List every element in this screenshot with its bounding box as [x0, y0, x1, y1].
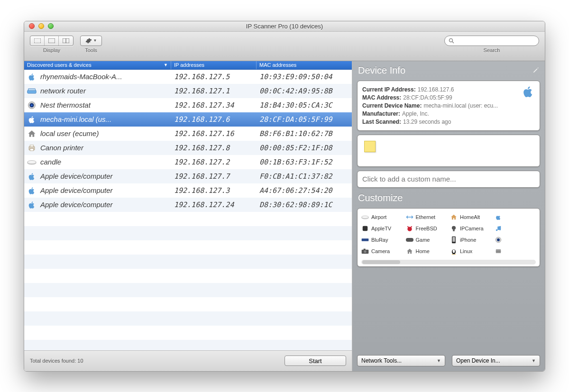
- device-table-pane: Discovered users & devices ▼ IP addresse…: [24, 61, 352, 371]
- customize-item-linux[interactable]: Linux: [450, 246, 492, 256]
- info-manu-value: Apple, Inc.: [402, 110, 429, 117]
- ethernet-icon: [406, 213, 413, 221]
- single-pane-icon: [48, 38, 55, 43]
- customize-scrollbar[interactable]: [361, 260, 536, 264]
- customize-item-apple[interactable]: [495, 212, 536, 222]
- info-pane: Device Info Current IP Address:192.168.1…: [352, 61, 545, 371]
- device-name: Nest thermostat: [40, 101, 91, 109]
- notes-panel[interactable]: [357, 135, 540, 167]
- apple-icon: [27, 200, 37, 210]
- tools-menu-button[interactable]: ▼: [80, 36, 102, 46]
- content: Discovered users & devices ▼ IP addresse…: [24, 61, 545, 371]
- apple-icon: [27, 186, 37, 195]
- drive-icon: [495, 247, 502, 255]
- customize-item-drive[interactable]: [495, 246, 536, 256]
- svg-point-15: [28, 160, 36, 164]
- header-ip[interactable]: IP addresses: [171, 61, 257, 69]
- apple-icon: [27, 115, 37, 124]
- info-ip-label: Current IP Address:: [362, 86, 416, 93]
- table-row[interactable]: Apple device/computer192.168.127.7F0:CB:…: [24, 169, 352, 183]
- chevron-down-icon: ▼: [532, 358, 536, 363]
- customize-item-freebsd[interactable]: FreeBSD: [406, 224, 448, 233]
- table-row-empty: [24, 255, 352, 269]
- network-tools-dropdown[interactable]: Network Tools... ▼: [357, 355, 445, 366]
- device-name: Apple device/computer: [40, 172, 113, 180]
- customize-item-label: Game: [416, 237, 430, 243]
- cell-ip: 192.168.127.6: [171, 115, 257, 124]
- table-row-empty: [24, 340, 352, 350]
- header-devices[interactable]: Discovered users & devices ▼: [24, 61, 171, 69]
- info-name-label: Current Device Name:: [362, 102, 422, 109]
- cell-ip: 192.168.127.2: [171, 158, 257, 166]
- customize-item-iphone[interactable]: iPhone: [450, 235, 492, 245]
- titlebar: IP Scanner Pro (10 devices): [24, 21, 545, 32]
- display-mode-2-button[interactable]: [45, 36, 59, 46]
- scrollbar-thumb[interactable]: [362, 260, 400, 264]
- tools-group: ▼ Tools: [80, 36, 102, 53]
- table-row[interactable]: local user (ecume)192.168.127.16B8:F6:B1…: [24, 127, 352, 141]
- apple-icon: [27, 172, 37, 181]
- table-row[interactable]: network router192.168.127.100:0C:42:A9:9…: [24, 84, 352, 98]
- table-row[interactable]: Apple device/computer192.168.127.3A4:67:…: [24, 183, 352, 198]
- info-scanned-label: Last Scanned:: [362, 119, 401, 125]
- device-name: Apple device/computer: [40, 201, 113, 209]
- search-field[interactable]: [444, 36, 539, 46]
- table-row[interactable]: Apple device/computer192.168.127.24D8:30…: [24, 198, 352, 212]
- svg-rect-33: [496, 251, 501, 252]
- customize-item-label: Home: [416, 248, 430, 254]
- bluray-icon: [361, 236, 369, 244]
- display-segmented-control: [30, 36, 73, 46]
- search-input[interactable]: [456, 37, 535, 44]
- customize-item-nest[interactable]: [495, 235, 536, 245]
- display-mode-3-button[interactable]: [59, 36, 73, 46]
- table-row-empty: [24, 297, 352, 311]
- zoom-window-button[interactable]: [48, 23, 54, 29]
- start-button[interactable]: Start: [284, 356, 346, 366]
- customize-item-appletv[interactable]: AppleTV: [361, 224, 403, 233]
- customize-item-home[interactable]: Home: [406, 246, 448, 256]
- two-pane-icon: [63, 38, 69, 43]
- cell-ip: 192.168.127.8: [171, 144, 257, 152]
- toolbar: Display ▼ Tools Search: [24, 32, 545, 61]
- device-info-title-row: Device Info: [357, 64, 540, 77]
- custom-name-input[interactable]: [362, 171, 535, 187]
- svg-point-28: [364, 250, 366, 253]
- svg-point-20: [452, 226, 456, 229]
- edit-icon[interactable]: [532, 67, 539, 73]
- info-ip-value: 192.168.127.6: [418, 86, 454, 93]
- cell-mac: D8:30:62:98:89:1C: [257, 201, 352, 209]
- table-row[interactable]: candle192.168.127.200:1B:63:F3:1F:52: [24, 155, 352, 169]
- cell-mac: 00:0C:42:A9:95:8B: [257, 87, 352, 95]
- customize-item-music[interactable]: [495, 224, 536, 233]
- list-dashed-icon: [34, 38, 41, 43]
- cell-device: mecha-mini.local (us...: [24, 115, 171, 124]
- customize-item-airport[interactable]: Airport: [361, 212, 403, 222]
- customize-title-row: Customize: [357, 191, 540, 204]
- table-row[interactable]: Canon printer192.168.127.800:00:85:F2:1F…: [24, 141, 352, 155]
- customize-item-ipcamera[interactable]: IPCamera: [450, 224, 492, 233]
- table-row[interactable]: mecha-mini.local (us...192.168.127.628:C…: [24, 112, 352, 127]
- header-mac[interactable]: MAC addresses: [257, 61, 352, 69]
- customize-item-homealt[interactable]: HomeAlt: [450, 212, 492, 222]
- cell-device: Nest thermostat: [24, 100, 171, 110]
- display-mode-1-button[interactable]: [30, 36, 45, 46]
- minimize-window-button[interactable]: [38, 23, 44, 29]
- customize-item-bluray[interactable]: BluRay: [361, 235, 403, 245]
- open-device-dropdown[interactable]: Open Device In... ▼: [452, 355, 540, 366]
- apple-icon: [522, 85, 535, 98]
- table-row[interactable]: Nest thermostat192.168.127.3418:B4:30:05…: [24, 98, 352, 112]
- customize-item-game[interactable]: Game: [406, 235, 448, 245]
- customize-item-camera[interactable]: Camera: [361, 246, 403, 256]
- table-row[interactable]: rhynemaids-MacBook-A...192.168.127.510:9…: [24, 70, 352, 84]
- cell-mac: F0:CB:A1:C1:37:82: [257, 172, 352, 181]
- table-body[interactable]: rhynemaids-MacBook-A...192.168.127.510:9…: [24, 70, 352, 350]
- router-icon: [27, 86, 37, 96]
- customize-item-label: Ethernet: [416, 214, 436, 220]
- cell-ip: 192.168.127.34: [171, 101, 257, 109]
- tools-label: Tools: [85, 47, 97, 53]
- close-window-button[interactable]: [29, 23, 35, 29]
- cell-mac: 10:93:E9:09:50:04: [257, 73, 352, 81]
- customize-item-ethernet[interactable]: Ethernet: [406, 212, 448, 222]
- svg-point-10: [31, 104, 33, 106]
- cell-mac: 28:CF:DA:05:5F:99: [257, 115, 352, 124]
